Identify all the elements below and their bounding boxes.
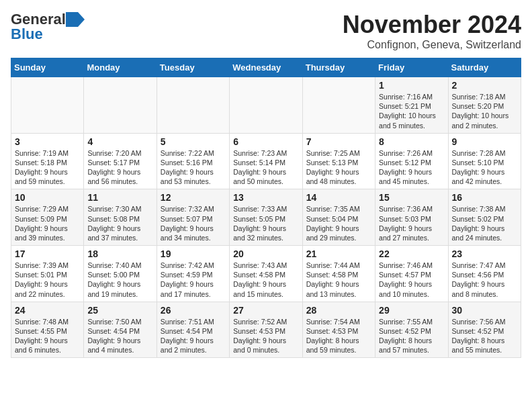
calendar-week-row: 24Sunrise: 7:48 AM Sunset: 4:55 PM Dayli… <box>11 302 521 358</box>
day-detail: Sunrise: 7:55 AM Sunset: 4:52 PM Dayligh… <box>379 317 444 355</box>
logo-blue: Blue <box>11 26 43 43</box>
day-detail: Sunrise: 7:44 AM Sunset: 4:58 PM Dayligh… <box>306 261 371 299</box>
calendar-cell: 12Sunrise: 7:32 AM Sunset: 5:07 PM Dayli… <box>157 189 229 246</box>
day-number: 3 <box>15 136 80 147</box>
day-number: 9 <box>452 136 517 147</box>
calendar-cell: 29Sunrise: 7:55 AM Sunset: 4:52 PM Dayli… <box>375 302 448 358</box>
day-detail: Sunrise: 7:51 AM Sunset: 4:54 PM Dayligh… <box>161 317 226 355</box>
svg-marker-0 <box>66 12 85 27</box>
title-block: November 2024 Confignon, Geneva, Switzer… <box>343 11 521 51</box>
calendar-cell: 11Sunrise: 7:30 AM Sunset: 5:08 PM Dayli… <box>84 189 157 246</box>
calendar-cell: 4Sunrise: 7:20 AM Sunset: 5:17 PM Daylig… <box>84 133 157 189</box>
day-detail: Sunrise: 7:32 AM Sunset: 5:07 PM Dayligh… <box>161 204 226 242</box>
day-number: 23 <box>452 248 517 259</box>
day-number: 16 <box>452 192 517 203</box>
weekday-header: Thursday <box>302 58 375 77</box>
day-number: 30 <box>452 305 517 316</box>
calendar-cell: 20Sunrise: 7:43 AM Sunset: 4:58 PM Dayli… <box>230 246 302 302</box>
weekday-header: Tuesday <box>157 58 229 77</box>
day-detail: Sunrise: 7:33 AM Sunset: 5:05 PM Dayligh… <box>233 204 298 242</box>
calendar-cell: 14Sunrise: 7:35 AM Sunset: 5:04 PM Dayli… <box>302 189 375 246</box>
calendar-header-row: SundayMondayTuesdayWednesdayThursdayFrid… <box>11 58 521 77</box>
day-number: 15 <box>379 192 444 203</box>
page-subtitle: Confignon, Geneva, Switzerland <box>343 39 521 51</box>
calendar-cell: 22Sunrise: 7:46 AM Sunset: 4:57 PM Dayli… <box>375 246 448 302</box>
day-detail: Sunrise: 7:36 AM Sunset: 5:03 PM Dayligh… <box>379 204 444 242</box>
day-number: 13 <box>233 192 298 203</box>
calendar-cell: 24Sunrise: 7:48 AM Sunset: 4:55 PM Dayli… <box>11 302 84 358</box>
day-number: 21 <box>306 248 371 259</box>
day-detail: Sunrise: 7:48 AM Sunset: 4:55 PM Dayligh… <box>15 317 80 355</box>
day-detail: Sunrise: 7:46 AM Sunset: 4:57 PM Dayligh… <box>379 261 444 299</box>
calendar-cell: 27Sunrise: 7:52 AM Sunset: 4:53 PM Dayli… <box>230 302 302 358</box>
day-number: 27 <box>233 305 298 316</box>
day-detail: Sunrise: 7:39 AM Sunset: 5:01 PM Dayligh… <box>15 261 80 299</box>
day-number: 11 <box>87 192 152 203</box>
day-detail: Sunrise: 7:16 AM Sunset: 5:21 PM Dayligh… <box>379 92 444 130</box>
calendar-cell: 26Sunrise: 7:51 AM Sunset: 4:54 PM Dayli… <box>157 302 229 358</box>
calendar-week-row: 17Sunrise: 7:39 AM Sunset: 5:01 PM Dayli… <box>11 246 521 302</box>
day-number: 19 <box>161 248 226 259</box>
calendar-cell: 6Sunrise: 7:23 AM Sunset: 5:14 PM Daylig… <box>230 133 302 189</box>
day-detail: Sunrise: 7:54 AM Sunset: 4:53 PM Dayligh… <box>306 317 371 355</box>
day-number: 10 <box>15 192 80 203</box>
day-detail: Sunrise: 7:20 AM Sunset: 5:17 PM Dayligh… <box>87 148 152 187</box>
day-detail: Sunrise: 7:35 AM Sunset: 5:04 PM Dayligh… <box>306 204 371 242</box>
day-number: 24 <box>15 305 80 316</box>
calendar-table: SundayMondayTuesdayWednesdayThursdayFrid… <box>11 58 521 358</box>
day-detail: Sunrise: 7:52 AM Sunset: 4:53 PM Dayligh… <box>233 317 298 355</box>
day-number: 18 <box>87 248 152 259</box>
page-title: November 2024 <box>343 11 521 39</box>
day-number: 8 <box>379 136 444 147</box>
calendar-cell <box>302 77 375 134</box>
calendar-cell: 17Sunrise: 7:39 AM Sunset: 5:01 PM Dayli… <box>11 246 84 302</box>
day-number: 28 <box>306 305 371 316</box>
weekday-header: Sunday <box>11 58 84 77</box>
day-number: 26 <box>161 305 226 316</box>
day-detail: Sunrise: 7:56 AM Sunset: 4:52 PM Dayligh… <box>452 317 517 355</box>
calendar-cell: 10Sunrise: 7:29 AM Sunset: 5:09 PM Dayli… <box>11 189 84 246</box>
day-detail: Sunrise: 7:25 AM Sunset: 5:13 PM Dayligh… <box>306 148 371 187</box>
weekday-header: Wednesday <box>230 58 302 77</box>
calendar-cell: 3Sunrise: 7:19 AM Sunset: 5:18 PM Daylig… <box>11 133 84 189</box>
day-detail: Sunrise: 7:43 AM Sunset: 4:58 PM Dayligh… <box>233 261 298 299</box>
day-detail: Sunrise: 7:26 AM Sunset: 5:12 PM Dayligh… <box>379 148 444 187</box>
calendar-cell <box>11 77 84 134</box>
logo: General Blue <box>11 11 85 43</box>
page-header: General Blue November 2024 Confignon, Ge… <box>11 11 521 51</box>
day-detail: Sunrise: 7:19 AM Sunset: 5:18 PM Dayligh… <box>15 148 80 187</box>
day-number: 2 <box>452 80 517 91</box>
weekday-header: Monday <box>84 58 157 77</box>
day-detail: Sunrise: 7:29 AM Sunset: 5:09 PM Dayligh… <box>15 204 80 242</box>
day-number: 5 <box>161 136 226 147</box>
day-number: 7 <box>306 136 371 147</box>
day-detail: Sunrise: 7:47 AM Sunset: 4:56 PM Dayligh… <box>452 261 517 299</box>
day-detail: Sunrise: 7:28 AM Sunset: 5:10 PM Dayligh… <box>452 148 517 187</box>
calendar-cell: 25Sunrise: 7:50 AM Sunset: 4:54 PM Dayli… <box>84 302 157 358</box>
day-number: 12 <box>161 192 226 203</box>
day-detail: Sunrise: 7:18 AM Sunset: 5:20 PM Dayligh… <box>452 92 517 130</box>
day-number: 14 <box>306 192 371 203</box>
day-number: 22 <box>379 248 444 259</box>
day-detail: Sunrise: 7:38 AM Sunset: 5:02 PM Dayligh… <box>452 204 517 242</box>
calendar-cell: 19Sunrise: 7:42 AM Sunset: 4:59 PM Dayli… <box>157 246 229 302</box>
calendar-cell: 15Sunrise: 7:36 AM Sunset: 5:03 PM Dayli… <box>375 189 448 246</box>
calendar-cell <box>230 77 302 134</box>
weekday-header: Saturday <box>448 58 521 77</box>
calendar-cell: 5Sunrise: 7:22 AM Sunset: 5:16 PM Daylig… <box>157 133 229 189</box>
day-number: 6 <box>233 136 298 147</box>
calendar-cell: 13Sunrise: 7:33 AM Sunset: 5:05 PM Dayli… <box>230 189 302 246</box>
calendar-cell: 30Sunrise: 7:56 AM Sunset: 4:52 PM Dayli… <box>448 302 521 358</box>
day-number: 1 <box>379 80 444 91</box>
day-number: 29 <box>379 305 444 316</box>
calendar-cell: 21Sunrise: 7:44 AM Sunset: 4:58 PM Dayli… <box>302 246 375 302</box>
day-number: 25 <box>87 305 152 316</box>
day-number: 20 <box>233 248 298 259</box>
calendar-cell: 1Sunrise: 7:16 AM Sunset: 5:21 PM Daylig… <box>375 77 448 134</box>
calendar-cell: 28Sunrise: 7:54 AM Sunset: 4:53 PM Dayli… <box>302 302 375 358</box>
day-detail: Sunrise: 7:22 AM Sunset: 5:16 PM Dayligh… <box>161 148 226 187</box>
day-detail: Sunrise: 7:40 AM Sunset: 5:00 PM Dayligh… <box>87 261 152 299</box>
day-number: 4 <box>87 136 152 147</box>
calendar-cell: 2Sunrise: 7:18 AM Sunset: 5:20 PM Daylig… <box>448 77 521 134</box>
calendar-week-row: 3Sunrise: 7:19 AM Sunset: 5:18 PM Daylig… <box>11 133 521 189</box>
